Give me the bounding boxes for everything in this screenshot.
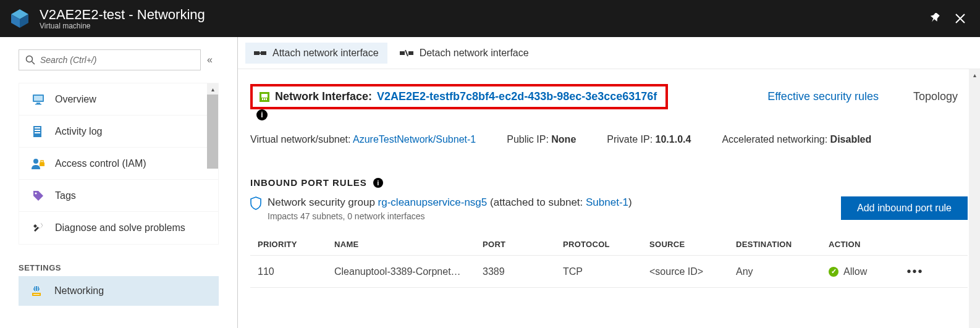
sidebar-item-label: Networking: [54, 285, 104, 296]
scrollbar-thumb[interactable]: [207, 95, 218, 169]
attach-icon: [254, 49, 266, 57]
nsg-impact: Impacts 47 subnets, 0 network interfaces: [268, 211, 835, 221]
inbound-rules-table: PRIORITY NAME PORT PROTOCOL SOURCE DESTI…: [250, 233, 968, 288]
sidebar: Search (Ctrl+/) « ▴ Overview Activity lo…: [0, 37, 238, 328]
svg-rect-25: [408, 51, 413, 55]
col-destination[interactable]: DESTINATION: [736, 240, 829, 249]
iam-icon: [30, 158, 46, 170]
svg-rect-30: [264, 98, 265, 100]
add-inbound-rule-button[interactable]: Add inbound port rule: [841, 196, 968, 220]
sidebar-item-diagnose[interactable]: Diagnose and solve problems: [19, 212, 218, 244]
info-icon[interactable]: i: [373, 178, 383, 188]
detach-label: Detach network interface: [420, 48, 529, 59]
sidebar-item-overview[interactable]: Overview: [19, 83, 218, 116]
network-interface-highlight: Network Interface: V2AE2E2-testfb7c8bf4-…: [250, 84, 668, 109]
svg-rect-15: [41, 161, 43, 162]
col-action[interactable]: ACTION: [829, 240, 903, 249]
inbound-rules-title: INBOUND PORT RULES: [250, 177, 367, 188]
nic-label: Network Interface:: [275, 90, 372, 103]
subnet-link[interactable]: Subnet-1: [586, 196, 628, 208]
monitor-icon: [30, 93, 46, 106]
allow-status-icon: ✓: [829, 267, 838, 277]
settings-section-label: SETTINGS: [19, 263, 219, 272]
attach-nic-button[interactable]: Attach network interface: [245, 43, 387, 64]
vnet-kv: Virtual network/subnet: AzureTestNetwork…: [250, 134, 476, 145]
svg-rect-28: [261, 94, 268, 98]
row-more-button[interactable]: •••: [903, 264, 927, 279]
svg-rect-6: [34, 96, 43, 101]
svg-rect-10: [35, 127, 40, 128]
svg-rect-14: [40, 162, 44, 166]
private-ip-kv: Private IP: 10.1.0.4: [607, 134, 691, 145]
sidebar-item-label: Overview: [55, 94, 96, 105]
nic-link[interactable]: V2AE2E2-testfb7c8bf4-ec2d-433b-98ec-3e3c…: [377, 90, 657, 103]
col-protocol[interactable]: PROTOCOL: [563, 240, 649, 249]
svg-rect-21: [254, 51, 260, 55]
nsg-description: Network security group rg-cleanupservice…: [268, 196, 835, 221]
activity-log-icon: [30, 125, 46, 138]
toolbar: Attach network interface Detach network …: [238, 37, 980, 69]
collapse-sidebar-button[interactable]: «: [207, 54, 213, 65]
topology-link[interactable]: Topology: [913, 90, 958, 103]
info-icon[interactable]: i: [256, 109, 268, 120]
sidebar-item-label: Activity log: [55, 126, 102, 137]
page-subtitle: Virtual machine: [40, 22, 205, 30]
svg-rect-11: [35, 130, 40, 131]
pin-button[interactable]: [923, 6, 948, 31]
sidebar-item-label: Access control (IAM): [55, 158, 146, 169]
col-name[interactable]: NAME: [334, 240, 483, 249]
wrench-icon: [30, 222, 46, 234]
svg-rect-24: [400, 51, 405, 55]
header-bar: V2AE2E2-test - Networking Virtual machin…: [0, 0, 980, 37]
search-placeholder: Search (Ctrl+/): [40, 55, 96, 65]
search-icon: [25, 55, 35, 65]
svg-rect-8: [35, 104, 41, 105]
main-panel: Attach network interface Detach network …: [238, 37, 980, 328]
detach-icon: [400, 49, 413, 57]
col-port[interactable]: PORT: [483, 240, 563, 249]
svg-rect-20: [33, 294, 40, 295]
svg-point-3: [27, 56, 33, 62]
svg-rect-7: [36, 103, 40, 104]
tag-icon: [30, 190, 46, 202]
table-row[interactable]: 110 Cleanuptool-3389-Corpnet… 3389 TCP <…: [250, 256, 968, 288]
svg-rect-31: [266, 98, 267, 100]
search-input[interactable]: Search (Ctrl+/): [19, 49, 201, 70]
sidebar-item-label: Tags: [55, 190, 76, 201]
svg-rect-12: [35, 132, 40, 133]
sidebar-item-networking[interactable]: Networking: [19, 276, 219, 306]
svg-line-4: [32, 62, 35, 65]
nic-icon: [259, 91, 270, 103]
shield-icon: [250, 196, 261, 210]
svg-point-16: [35, 192, 36, 194]
public-ip-kv: Public IP: None: [507, 134, 576, 145]
table-header: PRIORITY NAME PORT PROTOCOL SOURCE DESTI…: [250, 233, 968, 256]
nsg-link[interactable]: rg-cleanupservice-nsg5: [378, 196, 488, 208]
page-title: V2AE2E2-test - Networking: [40, 7, 205, 23]
vnet-link[interactable]: AzureTestNetwork/Subnet-1: [353, 134, 476, 145]
svg-rect-29: [262, 98, 263, 100]
svg-point-13: [33, 159, 38, 164]
networking-icon: [30, 285, 46, 297]
accel-kv: Accelerated networking: Disabled: [722, 134, 871, 145]
sidebar-item-label: Diagnose and solve problems: [55, 222, 185, 233]
close-button[interactable]: [948, 6, 973, 31]
svg-rect-23: [259, 53, 261, 54]
col-priority[interactable]: PRIORITY: [254, 240, 334, 249]
effective-security-rules-link[interactable]: Effective security rules: [767, 90, 879, 103]
detach-nic-button[interactable]: Detach network interface: [391, 43, 538, 64]
sidebar-item-tags[interactable]: Tags: [19, 180, 218, 212]
svg-rect-22: [261, 51, 266, 55]
col-source[interactable]: SOURCE: [649, 240, 736, 249]
svg-line-26: [405, 50, 408, 56]
vm-cube-icon: [7, 6, 32, 31]
sidebar-item-activity-log[interactable]: Activity log: [19, 116, 218, 148]
sidebar-item-access-control[interactable]: Access control (IAM): [19, 148, 218, 180]
attach-label: Attach network interface: [272, 48, 379, 59]
scroll-up-arrow[interactable]: ▴: [207, 83, 218, 95]
